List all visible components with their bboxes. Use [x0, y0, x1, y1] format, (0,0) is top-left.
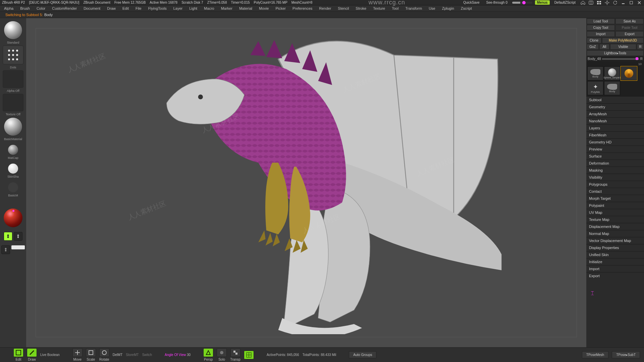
- section-preview[interactable]: Preview: [586, 145, 644, 153]
- section-nanomesh[interactable]: NanoMesh: [586, 117, 644, 124]
- menu-use[interactable]: Use: [426, 6, 438, 10]
- section-morphtgt[interactable]: Morph Target: [586, 195, 644, 202]
- menu-light[interactable]: Light: [186, 6, 200, 10]
- tool-thumb-sphere[interactable]: Sphere_Simple1: [604, 66, 620, 80]
- lightbox-tools-button[interactable]: Lightbox▸Tools: [587, 50, 644, 56]
- tposesubt-button[interactable]: TPose▸SubT: [612, 351, 640, 358]
- minimize-icon[interactable]: [621, 0, 626, 5]
- section-subtool[interactable]: Subtool: [586, 96, 644, 103]
- seethrough-slider[interactable]: [512, 2, 532, 4]
- persp-button[interactable]: Persp: [203, 348, 213, 361]
- quicksave-button[interactable]: QuickSave: [461, 1, 481, 4]
- home-icon[interactable]: [580, 0, 586, 5]
- menus-toggle[interactable]: Menus: [535, 0, 550, 5]
- polyf-button[interactable]: [244, 351, 254, 359]
- section-initialize[interactable]: Initialize: [586, 258, 644, 265]
- basicmat-icon[interactable]: [8, 182, 18, 192]
- section-visibility[interactable]: Visibility: [586, 174, 644, 181]
- section-export[interactable]: Export: [586, 272, 644, 279]
- tposemesh-button[interactable]: TPoseMesh: [582, 351, 608, 358]
- delmt-button[interactable]: DelMT: [113, 353, 122, 357]
- section-arraymesh[interactable]: ArrayMesh: [586, 110, 644, 117]
- section-normalmap[interactable]: Normal Map: [586, 230, 644, 237]
- material-preview[interactable]: [4, 117, 22, 136]
- goz-r-button[interactable]: R: [637, 44, 644, 50]
- stroke-preview[interactable]: [3, 46, 23, 64]
- menu-edit[interactable]: Edit: [120, 6, 131, 10]
- section-layers[interactable]: Layers: [586, 124, 644, 131]
- menu-brush[interactable]: Brush: [17, 6, 33, 10]
- goz-button[interactable]: GoZ: [587, 44, 599, 50]
- menu-color[interactable]: Color: [34, 6, 48, 10]
- menu-texture[interactable]: Texture: [370, 6, 388, 10]
- tool-thumb-body2[interactable]: Body: [604, 81, 620, 95]
- viewport[interactable]: 人人素材社区 人人素材社区 人人素材社区 人人素材社区 人人素材社区 人人素材社…: [26, 18, 586, 347]
- section-uvmap[interactable]: UV Map: [586, 209, 644, 216]
- menu-file[interactable]: File: [133, 6, 144, 10]
- menu-preferences[interactable]: Preferences: [290, 6, 315, 10]
- rgb-toggle[interactable]: [14, 232, 22, 241]
- switch-button[interactable]: Switch: [142, 353, 152, 357]
- menu-flyingtools[interactable]: FlyingTools: [146, 6, 169, 10]
- transp-button[interactable]: Transp: [230, 348, 240, 361]
- makepolymesh-button[interactable]: Make PolyMesh3D: [602, 38, 644, 43]
- subtool-slider[interactable]: [602, 58, 639, 60]
- white-swatch[interactable]: [11, 245, 25, 249]
- menu-material[interactable]: Material: [236, 6, 255, 10]
- section-displayprop[interactable]: Display Properties: [586, 244, 644, 251]
- section-texmap[interactable]: Texture Map: [586, 216, 644, 223]
- menu-marker[interactable]: Marker: [218, 6, 235, 10]
- goz-all-button[interactable]: All: [599, 44, 609, 50]
- menu-stencil[interactable]: Stencil: [335, 6, 352, 10]
- grid-icon[interactable]: [596, 0, 602, 5]
- section-import[interactable]: Import: [586, 265, 644, 272]
- tool-thumb-body[interactable]: Body: [587, 66, 603, 80]
- menu-layer[interactable]: Layer: [171, 6, 185, 10]
- storemt-button[interactable]: StoreMT: [126, 353, 139, 357]
- brush-preview[interactable]: [4, 21, 22, 40]
- saveas-button[interactable]: Save As: [615, 18, 644, 24]
- section-unifiedskin[interactable]: Unified Skin: [586, 251, 644, 258]
- autogroups-button[interactable]: Auto Groups: [349, 351, 376, 358]
- matcap-icon[interactable]: [8, 145, 18, 155]
- solo-button[interactable]: Solo: [217, 348, 227, 361]
- section-fibermesh[interactable]: FiberMesh: [586, 131, 644, 138]
- menu-movie[interactable]: Movie: [256, 6, 271, 10]
- maximize-icon[interactable]: [629, 0, 634, 5]
- close-icon[interactable]: [637, 0, 642, 5]
- gear-icon[interactable]: [604, 0, 610, 5]
- menu-render[interactable]: Render: [316, 6, 334, 10]
- section-vdispmap[interactable]: Vector Displacement Map: [586, 237, 644, 244]
- rotate-mode[interactable]: Rotate: [99, 348, 109, 361]
- clone-button[interactable]: Clone: [587, 38, 601, 43]
- menu-customrender[interactable]: CustomRender: [49, 6, 79, 10]
- mrgb-toggle[interactable]: [4, 232, 12, 241]
- menu-zplugin[interactable]: Zplugin: [439, 6, 457, 10]
- section-geohd[interactable]: Geometry HD: [586, 138, 644, 145]
- section-surface[interactable]: Surface: [586, 153, 644, 160]
- tool-thumb-star[interactable]: ✦PolyMe: [587, 81, 603, 95]
- fov-readout[interactable]: Angle Of View 30: [165, 353, 191, 357]
- export-button[interactable]: Export: [615, 31, 644, 37]
- draw-mode[interactable]: Draw: [27, 348, 37, 361]
- empty-toggle[interactable]: [1, 245, 10, 254]
- subtool-r[interactable]: R: [640, 57, 643, 61]
- color-swatch[interactable]: [4, 208, 22, 227]
- edit-mode[interactable]: Edit: [13, 348, 23, 361]
- menu-tool[interactable]: Tool: [389, 6, 401, 10]
- menu-alpha[interactable]: Alpha: [1, 6, 16, 10]
- skinshade-icon[interactable]: [8, 164, 18, 174]
- section-deformation[interactable]: Deformation: [586, 160, 644, 167]
- section-polypaint[interactable]: Polypaint: [586, 202, 644, 209]
- section-contact[interactable]: Contact: [586, 188, 644, 195]
- loadtool-button[interactable]: Load Tool: [587, 18, 615, 24]
- texture-preview[interactable]: [3, 94, 23, 111]
- menu-document[interactable]: Document: [81, 6, 103, 10]
- section-masking[interactable]: Masking: [586, 167, 644, 174]
- refresh-icon[interactable]: [612, 0, 618, 5]
- section-polygroups[interactable]: Polygroups: [586, 181, 644, 188]
- import-button[interactable]: Import: [587, 31, 615, 37]
- defaultzscript[interactable]: DefaultZScript: [552, 1, 578, 4]
- menu-picker[interactable]: Picker: [273, 6, 288, 10]
- tool-thumb-spiral[interactable]: [621, 66, 637, 80]
